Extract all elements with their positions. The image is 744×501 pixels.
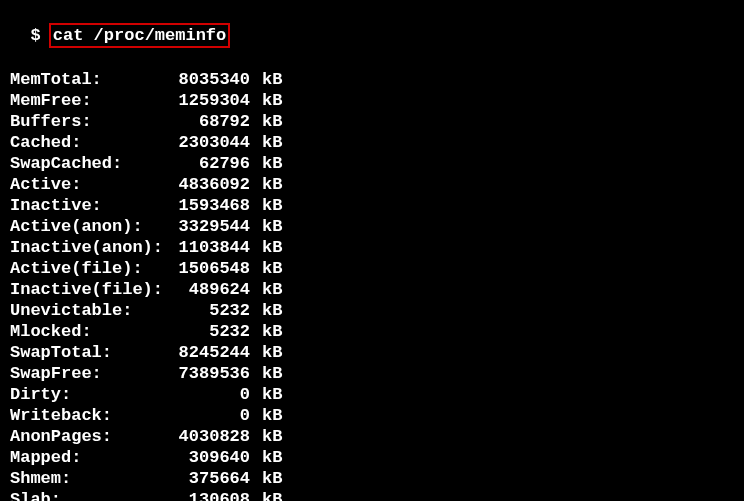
meminfo-value: 0	[170, 405, 250, 426]
meminfo-unit: kB	[262, 258, 282, 279]
meminfo-unit: kB	[262, 426, 282, 447]
meminfo-label: Cached:	[10, 132, 170, 153]
terminal-output: $ cat /proc/meminfo MemTotal:8035340kBMe…	[10, 2, 734, 501]
meminfo-unit: kB	[262, 132, 282, 153]
meminfo-value: 7389536	[170, 363, 250, 384]
meminfo-unit: kB	[262, 447, 282, 468]
meminfo-label: Shmem:	[10, 468, 170, 489]
meminfo-value: 1506548	[170, 258, 250, 279]
meminfo-label: Active(file):	[10, 258, 170, 279]
meminfo-value: 0	[170, 384, 250, 405]
meminfo-label: Inactive:	[10, 195, 170, 216]
meminfo-value: 68792	[170, 111, 250, 132]
meminfo-unit: kB	[262, 468, 282, 489]
meminfo-value: 309640	[170, 447, 250, 468]
meminfo-row: Inactive(anon):1103844kB	[10, 237, 734, 258]
meminfo-row: SwapCached:62796kB	[10, 153, 734, 174]
command-text: cat /proc/meminfo	[53, 26, 226, 45]
meminfo-value: 8245244	[170, 342, 250, 363]
meminfo-label: Mapped:	[10, 447, 170, 468]
meminfo-label: Writeback:	[10, 405, 170, 426]
meminfo-value: 2303044	[170, 132, 250, 153]
meminfo-unit: kB	[262, 69, 282, 90]
meminfo-label: MemTotal:	[10, 69, 170, 90]
meminfo-unit: kB	[262, 342, 282, 363]
meminfo-row: Unevictable:5232kB	[10, 300, 734, 321]
meminfo-row: Inactive:1593468kB	[10, 195, 734, 216]
meminfo-label: Slab:	[10, 489, 170, 501]
meminfo-row: MemTotal:8035340kB	[10, 69, 734, 90]
meminfo-row: Buffers:68792kB	[10, 111, 734, 132]
meminfo-row: Dirty:0kB	[10, 384, 734, 405]
meminfo-row: AnonPages:4030828kB	[10, 426, 734, 447]
meminfo-unit: kB	[262, 489, 282, 501]
meminfo-value: 4836092	[170, 174, 250, 195]
meminfo-row: SwapTotal:8245244kB	[10, 342, 734, 363]
meminfo-label: AnonPages:	[10, 426, 170, 447]
meminfo-value: 1259304	[170, 90, 250, 111]
meminfo-row: SwapFree:7389536kB	[10, 363, 734, 384]
meminfo-row: Active:4836092kB	[10, 174, 734, 195]
meminfo-value: 130608	[170, 489, 250, 501]
meminfo-unit: kB	[262, 321, 282, 342]
meminfo-label: MemFree:	[10, 90, 170, 111]
meminfo-unit: kB	[262, 195, 282, 216]
meminfo-label: Inactive(file):	[10, 279, 170, 300]
meminfo-unit: kB	[262, 111, 282, 132]
meminfo-unit: kB	[262, 153, 282, 174]
meminfo-unit: kB	[262, 300, 282, 321]
meminfo-unit: kB	[262, 384, 282, 405]
meminfo-unit: kB	[262, 279, 282, 300]
meminfo-row: Slab:130608kB	[10, 489, 734, 501]
meminfo-label: Active(anon):	[10, 216, 170, 237]
meminfo-row: MemFree:1259304kB	[10, 90, 734, 111]
meminfo-row: Mlocked:5232kB	[10, 321, 734, 342]
meminfo-unit: kB	[262, 90, 282, 111]
meminfo-label: Dirty:	[10, 384, 170, 405]
prompt-line: $ cat /proc/meminfo	[30, 23, 230, 48]
meminfo-value: 62796	[170, 153, 250, 174]
meminfo-row: Shmem:375664kB	[10, 468, 734, 489]
meminfo-row: Writeback:0kB	[10, 405, 734, 426]
meminfo-row: Cached:2303044kB	[10, 132, 734, 153]
meminfo-label: SwapCached:	[10, 153, 170, 174]
prompt-symbol: $	[30, 26, 40, 45]
meminfo-label: SwapFree:	[10, 363, 170, 384]
meminfo-row: Inactive(file):489624kB	[10, 279, 734, 300]
meminfo-value: 8035340	[170, 69, 250, 90]
meminfo-value: 375664	[170, 468, 250, 489]
meminfo-value: 5232	[170, 300, 250, 321]
meminfo-value: 489624	[170, 279, 250, 300]
meminfo-label: Mlocked:	[10, 321, 170, 342]
command-highlight: cat /proc/meminfo	[49, 23, 230, 48]
meminfo-value: 1103844	[170, 237, 250, 258]
meminfo-value: 1593468	[170, 195, 250, 216]
meminfo-unit: kB	[262, 216, 282, 237]
meminfo-unit: kB	[262, 363, 282, 384]
meminfo-value: 4030828	[170, 426, 250, 447]
meminfo-row: Mapped:309640kB	[10, 447, 734, 468]
meminfo-unit: kB	[262, 174, 282, 195]
meminfo-row: Active(anon):3329544kB	[10, 216, 734, 237]
meminfo-label: Buffers:	[10, 111, 170, 132]
meminfo-unit: kB	[262, 237, 282, 258]
meminfo-unit: kB	[262, 405, 282, 426]
meminfo-value: 5232	[170, 321, 250, 342]
meminfo-row: Active(file):1506548kB	[10, 258, 734, 279]
meminfo-list: MemTotal:8035340kBMemFree:1259304kBBuffe…	[10, 69, 734, 501]
meminfo-label: SwapTotal:	[10, 342, 170, 363]
meminfo-label: Unevictable:	[10, 300, 170, 321]
meminfo-label: Active:	[10, 174, 170, 195]
meminfo-value: 3329544	[170, 216, 250, 237]
meminfo-label: Inactive(anon):	[10, 237, 170, 258]
